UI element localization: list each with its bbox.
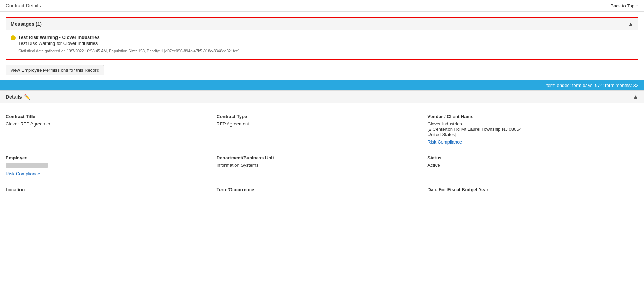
warning-dot-icon [11,35,16,40]
vendor-client-label: Vendor / Client Name [427,114,633,119]
message-item: Test Risk Warning - Clover Industries Te… [11,35,633,53]
department-label: Department/Business Unit [217,155,422,160]
employee-cell: Employee Risk Compliance [6,152,217,183]
top-bar: Contract Details Back to Top ↑ [0,0,644,12]
details-section: Details ✏️ ▲ Contract Title Clover RFP A… [0,90,644,209]
contract-type-label: Contract Type [217,114,422,119]
back-to-top-label: Back to Top [610,3,634,8]
message-subtitle: Test Risk Warning for Clover Industries [18,41,239,46]
vendor-client-cell: Vendor / Client Name Clover Industries[2… [427,110,638,152]
status-cell: Status Active [427,152,638,183]
messages-title: Messages (1) [11,21,42,27]
term-occurrence-label: Term/Occurrence [217,187,422,192]
department-cell: Department/Business Unit Information Sys… [217,152,428,183]
details-grid: Contract Title Clover RFP Agreement Cont… [6,103,638,209]
term-occurrence-cell: Term/Occurrence [217,183,428,201]
message-title: Test Risk Warning - Clover Industries [18,35,239,40]
permissions-bar: View Employee Permissions for this Recor… [0,60,644,80]
contract-title-value: Clover RFP Agreement [6,121,211,127]
employee-value-blurred [6,163,48,168]
messages-body: Test Risk Warning - Clover Industries Te… [6,30,638,59]
status-label: Status [427,155,633,160]
contract-title-label: Contract Title [6,114,211,119]
message-meta: Statistical data gathered on 10/7/2022 1… [18,49,239,53]
details-header: Details ✏️ ▲ [0,90,644,103]
details-header-left: Details ✏️ [6,94,30,100]
back-to-top-button[interactable]: Back to Top ↑ [610,3,638,8]
contract-type-cell: Contract Type RFP Agreement [217,110,428,152]
employee-label: Employee [6,155,211,160]
vendor-client-value: Clover Industries[2 Centerton Rd Mt Laur… [427,121,633,137]
fiscal-budget-cell: Date For Fiscal Budget Year [427,183,638,201]
location-label: Location [6,187,211,192]
message-content: Test Risk Warning - Clover Industries Te… [18,35,239,53]
contract-type-value: RFP Agreement [217,121,422,127]
messages-collapse-icon[interactable]: ▲ [628,21,633,27]
status-bar-text: term ended; term days: 974; term months:… [546,83,638,88]
messages-header: Messages (1) ▲ [6,18,638,30]
status-bar: term ended; term days: 974; term months:… [0,80,644,90]
location-cell: Location [6,183,217,201]
department-value: Information Systems [217,163,422,168]
details-collapse-icon[interactable]: ▲ [633,94,638,100]
back-to-top-arrow-icon: ↑ [636,3,638,8]
fiscal-budget-label: Date For Fiscal Budget Year [427,187,633,192]
messages-section: Messages (1) ▲ Test Risk Warning - Clove… [6,17,638,60]
employee-risk-compliance-link[interactable]: Risk Compliance [6,171,211,176]
contract-title-cell: Contract Title Clover RFP Agreement [6,110,217,152]
status-value: Active [427,163,633,168]
vendor-risk-compliance-link[interactable]: Risk Compliance [427,139,633,145]
view-employee-permissions-button[interactable]: View Employee Permissions for this Recor… [6,65,104,75]
details-heading-label: Details [6,94,22,100]
edit-icon[interactable]: ✏️ [24,94,30,100]
page-title: Contract Details [6,3,41,8]
